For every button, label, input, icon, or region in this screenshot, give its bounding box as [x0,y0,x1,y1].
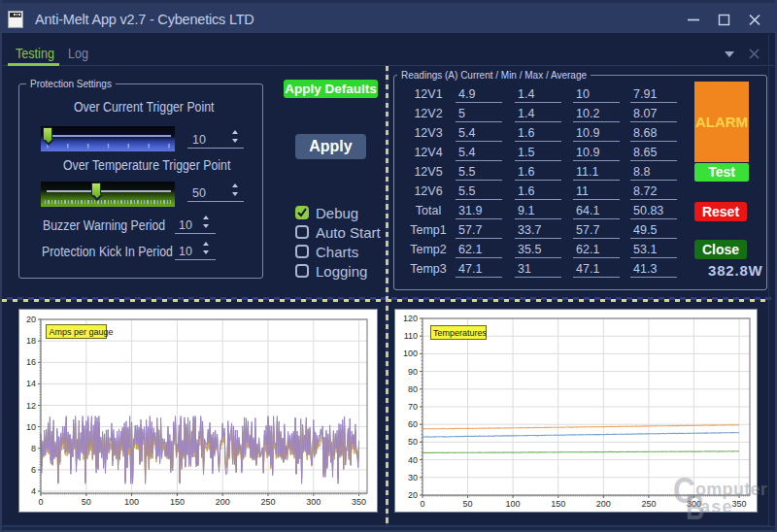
svg-text:14: 14 [26,379,36,388]
svg-text:18: 18 [26,336,36,346]
svg-text:20: 20 [408,490,418,500]
svg-text:200: 200 [596,499,611,509]
svg-text:0: 0 [38,497,43,507]
svg-text:50: 50 [82,497,91,507]
svg-text:100: 100 [124,497,139,507]
svg-text:Temperatures: Temperatures [433,328,488,338]
svg-text:200: 200 [216,497,230,507]
svg-text:250: 250 [641,499,656,509]
svg-text:350: 350 [731,499,746,509]
svg-text:4: 4 [31,486,36,496]
svg-text:50: 50 [408,437,418,447]
svg-text:300: 300 [306,497,321,507]
svg-text:0: 0 [420,499,424,509]
svg-text:40: 40 [408,455,418,465]
svg-text:150: 150 [170,497,185,507]
svg-text:12: 12 [26,401,36,411]
svg-text:8: 8 [31,444,36,453]
svg-text:150: 150 [551,499,565,509]
svg-text:60: 60 [408,419,418,429]
svg-text:80: 80 [408,384,418,394]
svg-text:6: 6 [31,465,36,475]
svg-text:110: 110 [404,331,418,341]
svg-text:30: 30 [408,473,418,482]
svg-text:Amps per gauge: Amps per gauge [50,327,114,337]
svg-text:250: 250 [260,497,275,507]
svg-text:120: 120 [403,314,418,323]
svg-text:100: 100 [506,499,521,509]
svg-text:100: 100 [403,349,418,358]
svg-text:350: 350 [352,497,366,507]
svg-text:20: 20 [26,315,36,324]
svg-text:90: 90 [408,367,418,377]
svg-text:70: 70 [408,402,418,412]
svg-text:50: 50 [463,499,473,509]
svg-text:16: 16 [26,357,36,367]
svg-text:10: 10 [26,422,36,432]
